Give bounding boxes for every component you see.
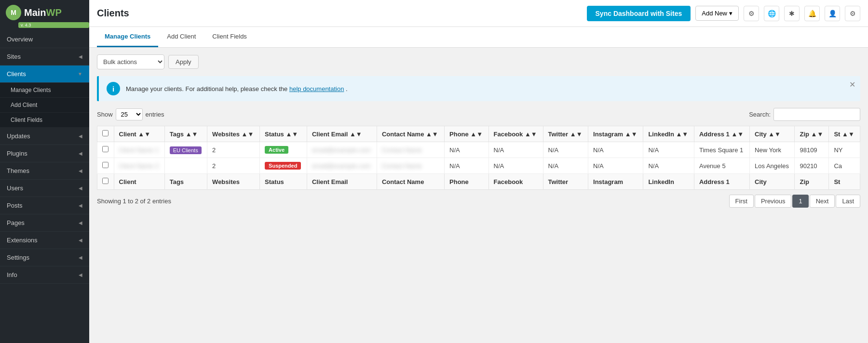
showing-text: Showing 1 to 2 of 2 entries <box>97 198 171 205</box>
table-footer-row: Client Tags Websites Status Client Email… <box>97 174 860 190</box>
col-address1[interactable]: Address 1 ▲▼ <box>694 126 749 142</box>
footer-col-email: Client Email <box>307 174 377 190</box>
chevron-right-icon: ◀ <box>79 220 82 225</box>
tag-badge: EU Clients <box>170 146 202 154</box>
col-websites[interactable]: Websites ▲▼ <box>207 126 260 142</box>
sidebar-item-themes[interactable]: Themes ◀ <box>0 162 89 180</box>
settings-icon[interactable]: ⚙ <box>744 6 759 21</box>
bulk-actions-select[interactable]: Bulk actions <box>97 54 164 69</box>
asterisk-icon[interactable]: ✱ <box>784 6 800 21</box>
col-zip[interactable]: Zip ▲▼ <box>795 126 829 142</box>
logo-text: MainWP <box>24 7 62 18</box>
info-notice: i Manage your clients. For additional he… <box>97 76 860 101</box>
pagination-buttons: First Previous 1 Next Last <box>729 195 860 208</box>
footer-col-address1: Address 1 <box>694 174 749 190</box>
footer-select-all-checkbox[interactable] <box>102 178 108 184</box>
version-badge: v. 4.3 <box>18 22 89 28</box>
status-badge: Suspended <box>265 162 301 170</box>
col-email[interactable]: Client Email ▲▼ <box>307 126 377 142</box>
search-input[interactable] <box>773 108 860 121</box>
sidebar-item-plugins[interactable]: Plugins ◀ <box>0 145 89 162</box>
sidebar-item-settings[interactable]: Settings ◀ <box>0 249 89 266</box>
entries-per-page-select[interactable]: 25 10 50 100 <box>116 108 143 120</box>
sidebar-item-extensions[interactable]: Extensions ◀ <box>0 232 89 249</box>
pagination-last-button[interactable]: Last <box>836 195 860 208</box>
email-cell: email@example.com <box>307 142 377 158</box>
info-icon: i <box>107 82 120 95</box>
chevron-right-icon: ◀ <box>79 237 82 243</box>
help-documentation-link[interactable]: help documentation <box>289 85 344 92</box>
instagram-cell: N/A <box>588 158 643 174</box>
cog-icon[interactable]: ⚙ <box>845 6 860 21</box>
col-tags[interactable]: Tags ▲▼ <box>164 126 207 142</box>
select-all-checkbox[interactable] <box>102 130 108 136</box>
row-select-checkbox[interactable] <box>102 162 108 168</box>
pagination-page1-button[interactable]: 1 <box>792 195 808 208</box>
tabs-bar: Manage Clients Add Client Client Fields <box>89 27 868 48</box>
sidebar-logo: M MainWP <box>0 0 89 22</box>
main-area: Clients Sync Dashboard with Sites Add Ne… <box>89 0 868 343</box>
tab-client-fields[interactable]: Client Fields <box>204 27 255 47</box>
facebook-cell: N/A <box>488 158 543 174</box>
city-cell: New York <box>750 142 795 158</box>
footer-col-facebook: Facebook <box>488 174 543 190</box>
status-cell: Active <box>260 142 307 158</box>
row-checkbox-cell <box>97 158 114 174</box>
chevron-right-icon: ◀ <box>79 133 82 139</box>
col-city[interactable]: City ▲▼ <box>750 126 795 142</box>
sidebar-item-clients[interactable]: Clients ▼ <box>0 66 89 83</box>
col-client[interactable]: Client ▲▼ <box>114 126 164 142</box>
sync-button[interactable]: Sync Dashboard with Sites <box>587 6 691 21</box>
sidebar-item-manage-clients[interactable]: Manage Clients <box>0 83 89 98</box>
search-label: Search: <box>749 111 771 118</box>
sidebar-item-posts[interactable]: Posts ◀ <box>0 197 89 214</box>
notice-close-button[interactable]: ✕ <box>849 80 855 89</box>
pagination-first-button[interactable]: First <box>729 195 754 208</box>
sidebar-clients-submenu: Manage Clients Add Client Client Fields <box>0 83 89 128</box>
col-facebook[interactable]: Facebook ▲▼ <box>488 126 543 142</box>
bell-icon[interactable]: 🔔 <box>804 6 820 21</box>
tab-manage-clients[interactable]: Manage Clients <box>97 27 158 47</box>
sidebar-item-sites[interactable]: Sites ◀ <box>0 48 89 66</box>
sidebar-item-add-client[interactable]: Add Client <box>0 98 89 113</box>
sidebar-item-updates[interactable]: Updates ◀ <box>0 128 89 145</box>
chevron-right-icon: ◀ <box>79 151 82 156</box>
chevron-right-icon: ◀ <box>79 185 82 191</box>
col-state[interactable]: St ▲▼ <box>829 126 860 142</box>
col-instagram[interactable]: Instagram ▲▼ <box>588 126 643 142</box>
sidebar-item-overview[interactable]: Overview <box>0 31 89 48</box>
col-status[interactable]: Status ▲▼ <box>260 126 307 142</box>
bulk-actions-bar: Bulk actions Apply <box>97 54 860 69</box>
pagination-next-button[interactable]: Next <box>810 195 835 208</box>
col-phone[interactable]: Phone ▲▼ <box>445 126 489 142</box>
twitter-cell: N/A <box>543 142 588 158</box>
sidebar-item-pages[interactable]: Pages ◀ <box>0 214 89 232</box>
tag-cell <box>164 158 207 174</box>
row-select-checkbox[interactable] <box>102 146 108 152</box>
sidebar-item-users[interactable]: Users ◀ <box>0 180 89 197</box>
chevron-down-icon: ▾ <box>729 10 732 17</box>
clients-table: Client ▲▼ Tags ▲▼ Websites ▲▼ Status ▲▼ … <box>97 126 860 190</box>
phone-cell: N/A <box>445 158 489 174</box>
chevron-right-icon: ◀ <box>79 54 82 59</box>
col-twitter[interactable]: Twitter ▲▼ <box>543 126 588 142</box>
city-cell: Los Angeles <box>750 158 795 174</box>
phone-cell: N/A <box>445 142 489 158</box>
address1-cell: Avenue 5 <box>694 158 749 174</box>
add-new-button[interactable]: Add New ▾ <box>695 6 739 21</box>
sidebar-item-client-fields[interactable]: Client Fields <box>0 113 89 128</box>
content-area: Manage Clients Add Client Client Fields … <box>89 27 868 343</box>
footer-col-status: Status <box>260 174 307 190</box>
tab-add-client[interactable]: Add Client <box>159 27 203 47</box>
linkedin-cell: N/A <box>643 142 694 158</box>
apply-button[interactable]: Apply <box>168 55 199 69</box>
footer-col-zip: Zip <box>795 174 829 190</box>
pagination-bar: Showing 1 to 2 of 2 entries First Previo… <box>97 190 860 212</box>
col-linkedin[interactable]: LinkedIn ▲▼ <box>643 126 694 142</box>
user-icon[interactable]: 👤 <box>825 6 840 21</box>
col-contact[interactable]: Contact Name ▲▼ <box>377 126 444 142</box>
pagination-previous-button[interactable]: Previous <box>755 195 792 208</box>
show-entries: Show 25 10 50 100 entries <box>97 108 164 120</box>
sidebar-item-info[interactable]: Info ◀ <box>0 266 89 284</box>
globe-icon[interactable]: 🌐 <box>764 6 779 21</box>
